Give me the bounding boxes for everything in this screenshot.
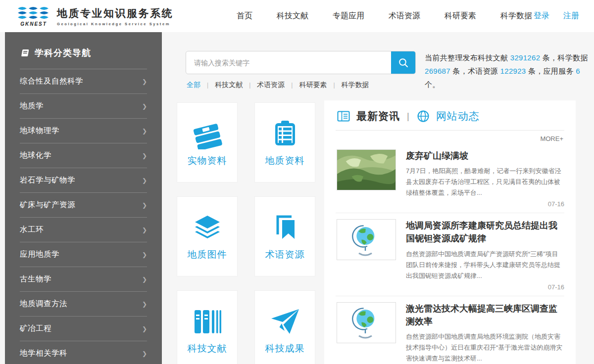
chevron-right-icon: ❯ bbox=[142, 251, 147, 258]
search-filter-literature[interactable]: 科技文献 bbox=[215, 81, 243, 90]
search-filter-research[interactable]: 科研要素 bbox=[299, 81, 327, 90]
news-excerpt: 7月7日，艳阳高照，酷暑难耐，记者一行来到安徽省泾县太园废弃石子场治理工程区，只… bbox=[406, 166, 564, 198]
sidebar-list: 综合性及自然科学❯地质学❯地球物理学❯地球化学❯岩石学与矿物学❯矿床与矿产资源❯… bbox=[20, 69, 147, 364]
sidebar-item[interactable]: 地学相关学科❯ bbox=[20, 341, 147, 364]
tab-separator: | bbox=[407, 111, 409, 122]
news-title[interactable]: 激光雷达技术大幅提高三峡库区调查监测效率 bbox=[406, 302, 564, 328]
filter-separator: | bbox=[207, 82, 208, 89]
globe-illustration bbox=[337, 302, 396, 343]
library-books-icon bbox=[192, 306, 223, 337]
tile-label: 术语资源 bbox=[265, 248, 305, 261]
mountain-photo bbox=[337, 149, 396, 190]
chevron-right-icon: ❯ bbox=[142, 350, 147, 357]
login-link[interactable]: 登录 bbox=[534, 11, 549, 21]
tile-scitech-literature[interactable]: 科技文献 bbox=[177, 290, 238, 364]
filter-separator: | bbox=[249, 82, 250, 89]
stats-segment: 条，术语资源 bbox=[450, 67, 500, 75]
news-date: 07-16 bbox=[406, 283, 564, 291]
nav-item-research-elements[interactable]: 科研要素 bbox=[445, 11, 476, 21]
sidebar-item[interactable]: 地质学❯ bbox=[20, 94, 147, 119]
search-filter-all[interactable]: 全部 bbox=[187, 81, 200, 90]
chevron-right-icon: ❯ bbox=[142, 152, 147, 159]
more-link[interactable]: MORE+ bbox=[336, 131, 564, 143]
news-title[interactable]: 地调局资源所李建康研究员总结提出我国铌钽资源成矿规律 bbox=[406, 219, 564, 245]
layers-icon bbox=[192, 212, 223, 243]
stats-segment: 个。 bbox=[425, 80, 440, 89]
news-excerpt: 自然资源部中国地质调查局地质环境监测院（地质灾害技术指导中心）近日在重庆召开“基… bbox=[406, 331, 564, 364]
newspaper-icon bbox=[337, 110, 350, 123]
news-panel: 最新资讯 | 网站动态 MORE+ 废弃矿山绿满坡 7月7日，艳阳高照，酷暑难耐… bbox=[324, 100, 576, 364]
tile-geological-maps[interactable]: 地质图件 bbox=[177, 196, 238, 276]
news-item[interactable]: 激光雷达技术大幅提高三峡库区调查监测效率 自然资源部中国地质调查局地质环境监测院… bbox=[336, 296, 564, 364]
sidebar-item[interactable]: 地质调查方法❯ bbox=[20, 292, 147, 317]
search-button[interactable] bbox=[391, 51, 415, 74]
stats-segment: 条，科学数据 bbox=[540, 53, 588, 62]
logo-subtitle: Geological Knowledge Service System bbox=[57, 22, 173, 26]
nav-item-home[interactable]: 首页 bbox=[237, 11, 252, 21]
tile-terminology-resources[interactable]: 术语资源 bbox=[254, 196, 315, 276]
app-header: GKNEST 地质专业知识服务系统 Geological Knowledge S… bbox=[0, 0, 594, 32]
logo-mark: GKNEST bbox=[17, 6, 50, 27]
filter-separator: | bbox=[333, 82, 335, 89]
sidebar-item-label: 地球化学 bbox=[20, 150, 51, 161]
stats-text: 当前共整理发布科技文献 3291262 条，科学数据269687 条，术语资源 … bbox=[425, 51, 589, 91]
news-item[interactable]: 地调局资源所李建康研究员总结提出我国铌钽资源成矿规律 自然资源部中国地质调查局矿… bbox=[336, 213, 564, 296]
sidebar-item-label: 矿冶工程 bbox=[20, 323, 51, 334]
sidebar-item-label: 矿床与矿产资源 bbox=[20, 200, 75, 210]
tile-label: 实物资料 bbox=[188, 154, 227, 167]
chevron-right-icon: ❯ bbox=[142, 177, 147, 184]
tile-physical-materials[interactable]: 实物资料 bbox=[177, 102, 238, 182]
search-filter-terminology[interactable]: 术语资源 bbox=[257, 81, 285, 90]
clipboard-icon bbox=[269, 118, 301, 149]
nav-item-special-apps[interactable]: 专题应用 bbox=[333, 11, 364, 21]
news-title[interactable]: 废弃矿山绿满坡 bbox=[406, 149, 564, 162]
chevron-right-icon: ❯ bbox=[142, 301, 147, 308]
nav-item-science-data[interactable]: 科学数据 bbox=[500, 11, 532, 21]
sidebar-item-label: 地球物理学 bbox=[20, 126, 59, 136]
sidebar-item[interactable]: 矿冶工程❯ bbox=[20, 317, 147, 341]
sidebar-item[interactable]: 综合性及自然科学❯ bbox=[20, 69, 147, 94]
logo-title: 地质专业知识服务系统 bbox=[57, 6, 173, 20]
stats-segment: 条，应用服务 bbox=[526, 67, 576, 75]
chevron-right-icon: ❯ bbox=[142, 103, 147, 110]
search-input[interactable] bbox=[186, 51, 391, 74]
sidebar-item[interactable]: 水工环❯ bbox=[20, 218, 147, 242]
chevron-right-icon: ❯ bbox=[142, 276, 147, 283]
tile-label: 地质图件 bbox=[188, 248, 227, 261]
sidebar-item-label: 综合性及自然科学 bbox=[20, 76, 83, 87]
sidebar-item-label: 地质学 bbox=[20, 101, 44, 111]
sidebar-item[interactable]: 地球物理学❯ bbox=[20, 119, 147, 143]
sidebar-item[interactable]: 矿床与矿产资源❯ bbox=[20, 193, 147, 218]
sidebar-item[interactable]: 岩石学与矿物学❯ bbox=[20, 168, 147, 193]
tile-label: 科技文献 bbox=[188, 342, 227, 355]
tab-site-news[interactable]: 网站动态 bbox=[436, 109, 480, 123]
search-filter-data[interactable]: 科学数据 bbox=[342, 81, 369, 90]
tab-latest-news[interactable]: 最新资讯 bbox=[356, 109, 400, 123]
sidebar-header: 学科分类导航 bbox=[20, 32, 147, 69]
sidebar-item-label: 应用地质学 bbox=[20, 249, 59, 260]
nav-item-literature[interactable]: 科技文献 bbox=[277, 11, 308, 21]
sidebar-item[interactable]: 应用地质学❯ bbox=[20, 242, 147, 267]
news-tabs: 最新资讯 | 网站动态 bbox=[336, 106, 564, 131]
resource-tiles: 实物资料 地质资料 地质图件 术语资源 bbox=[177, 102, 315, 364]
register-link[interactable]: 注册 bbox=[563, 11, 579, 21]
stats-count-literature: 3291262 bbox=[510, 53, 541, 62]
sidebar-item[interactable]: 古生物学❯ bbox=[20, 267, 147, 292]
chevron-right-icon: ❯ bbox=[142, 128, 147, 135]
stats-segment: 当前共整理发布科技文献 bbox=[425, 53, 510, 62]
nav-item-terminology[interactable]: 术语资源 bbox=[389, 11, 420, 21]
book-icon bbox=[20, 48, 30, 58]
tile-geological-materials[interactable]: 地质资料 bbox=[254, 102, 315, 182]
tile-scitech-achievements[interactable]: 科技成果 bbox=[254, 290, 315, 364]
sidebar-title: 学科分类导航 bbox=[35, 47, 91, 59]
search-filters: 全部| 科技文献| 术语资源| 科研要素| 科学数据 bbox=[187, 81, 369, 90]
logo[interactable]: GKNEST 地质专业知识服务系统 Geological Knowledge S… bbox=[17, 6, 173, 27]
news-excerpt: 自然资源部中国地质调查局矿产资源研究所“三稀”项目团队日前传来捷报，学科带头人李… bbox=[406, 249, 564, 281]
sidebar-item[interactable]: 地球化学❯ bbox=[20, 143, 147, 168]
stats-count-services: 6 bbox=[576, 67, 580, 75]
news-item[interactable]: 废弃矿山绿满坡 7月7日，艳阳高照，酷暑难耐，记者一行来到安徽省泾县太园废弃石子… bbox=[336, 143, 564, 213]
paper-plane-icon bbox=[269, 306, 301, 337]
news-date: 07-16 bbox=[406, 200, 564, 208]
chevron-right-icon: ❯ bbox=[142, 78, 147, 85]
top-nav: 首页 科技文献 专题应用 术语资源 科研要素 科学数据 bbox=[237, 11, 532, 21]
